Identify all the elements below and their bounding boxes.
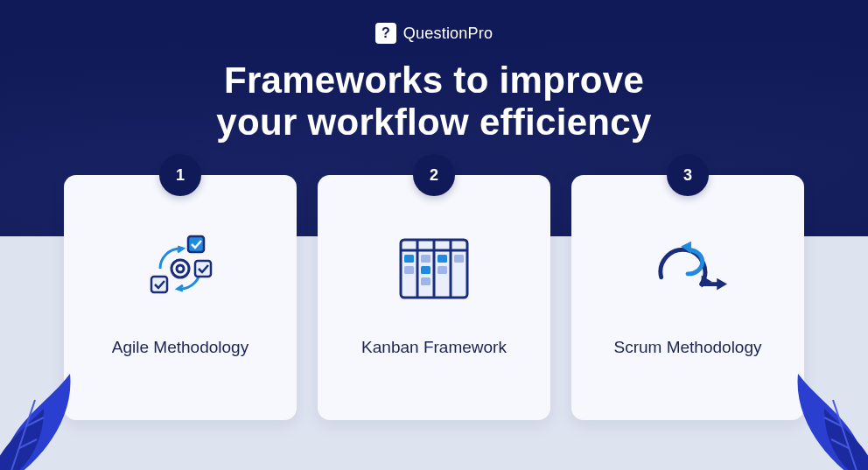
leaf-decor-icon (0, 347, 114, 470)
svg-rect-10 (404, 255, 414, 263)
svg-point-0 (172, 260, 189, 277)
headline-line-2: your workflow efficiency (216, 102, 651, 143)
brand-name: QuestionPro (403, 25, 493, 43)
svg-marker-20 (717, 278, 727, 291)
svg-rect-15 (438, 255, 447, 263)
kanban-board-icon (395, 229, 473, 308)
svg-rect-16 (438, 266, 447, 274)
agile-cycle-icon (141, 229, 220, 308)
headline-line-1: Frameworks to improve (224, 60, 644, 101)
card-number-badge: 2 (413, 154, 455, 196)
page-title: Frameworks to improve your workflow effi… (0, 60, 868, 144)
cards-row: 1 (64, 175, 804, 420)
svg-point-1 (177, 265, 184, 272)
card-label: Scrum Methodology (614, 338, 762, 357)
svg-rect-17 (454, 255, 464, 263)
scrum-sprint-icon (648, 229, 727, 308)
leaf-decor-icon (754, 347, 868, 470)
card-number-badge: 3 (667, 154, 709, 196)
svg-rect-11 (404, 266, 414, 274)
svg-rect-2 (188, 236, 204, 252)
card-kanban: 2 Kanban Framework (318, 175, 550, 420)
svg-rect-14 (421, 277, 430, 285)
svg-rect-4 (151, 277, 167, 292)
card-label: Agile Methodology (112, 338, 248, 357)
card-number-badge: 1 (159, 154, 201, 196)
brand-mark-icon: ? (375, 23, 396, 44)
svg-rect-13 (421, 266, 430, 274)
svg-rect-3 (195, 261, 211, 277)
card-label: Kanban Framework (361, 338, 507, 357)
svg-rect-12 (421, 255, 430, 263)
brand: ? QuestionPro (0, 0, 868, 44)
